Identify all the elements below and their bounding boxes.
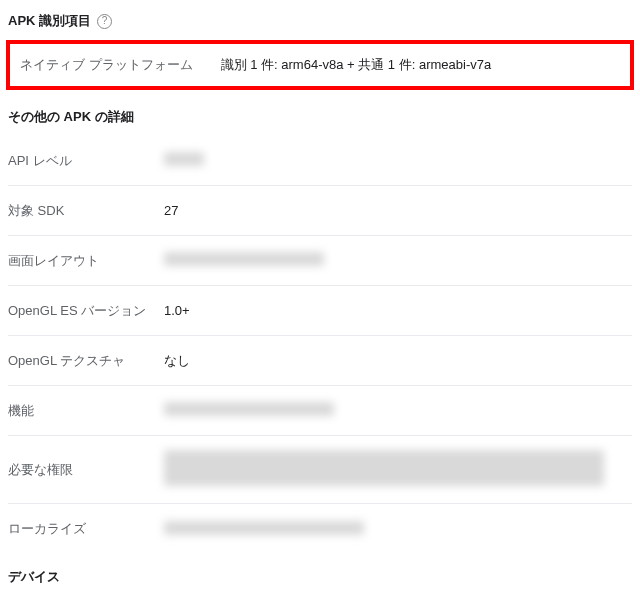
screen-layout-label: 画面レイアウト [8, 252, 164, 270]
native-platform-label: ネイティブ プラットフォーム [20, 56, 193, 74]
row-permissions: 必要な権限 [8, 436, 632, 504]
target-sdk-value: 27 [164, 203, 178, 218]
apk-details-list: API レベル 対象 SDK 27 画面レイアウト OpenGL ES バージョ… [0, 136, 640, 554]
features-label: 機能 [8, 402, 164, 420]
api-level-label: API レベル [8, 152, 164, 170]
section-title: APK 識別項目 [8, 12, 91, 30]
row-supported-devices: 対応する Android デバイス デバイス数 10598 [0, 596, 640, 606]
row-opengl-es: OpenGL ES バージョン 1.0+ [8, 286, 632, 336]
screen-layout-value [164, 252, 324, 269]
localization-label: ローカライズ [8, 520, 164, 538]
row-screen-layout: 画面レイアウト [8, 236, 632, 286]
opengl-texture-label: OpenGL テクスチャ [8, 352, 164, 370]
opengl-es-value: 1.0+ [164, 303, 190, 318]
permissions-value [164, 450, 604, 489]
row-localization: ローカライズ [8, 504, 632, 554]
permissions-label: 必要な権限 [8, 461, 164, 479]
row-opengl-texture: OpenGL テクスチャ なし [8, 336, 632, 386]
other-apk-details-title: その他の APK の詳細 [0, 102, 640, 136]
features-value [164, 402, 334, 419]
row-features: 機能 [8, 386, 632, 436]
opengl-texture-value: なし [164, 352, 190, 370]
row-target-sdk: 対象 SDK 27 [8, 186, 632, 236]
api-level-value [164, 152, 204, 169]
section-header-apk-identification: APK 識別項目 ? [0, 0, 640, 40]
localization-value [164, 521, 364, 538]
opengl-es-label: OpenGL ES バージョン [8, 302, 164, 320]
device-section-title: デバイス [0, 554, 640, 596]
native-platform-highlight: ネイティブ プラットフォーム 識別 1 件: arm64-v8a + 共通 1 … [6, 40, 634, 90]
native-platform-value: 識別 1 件: arm64-v8a + 共通 1 件: armeabi-v7a [221, 56, 492, 74]
target-sdk-label: 対象 SDK [8, 202, 164, 220]
help-icon[interactable]: ? [97, 14, 112, 29]
row-api-level: API レベル [8, 136, 632, 186]
